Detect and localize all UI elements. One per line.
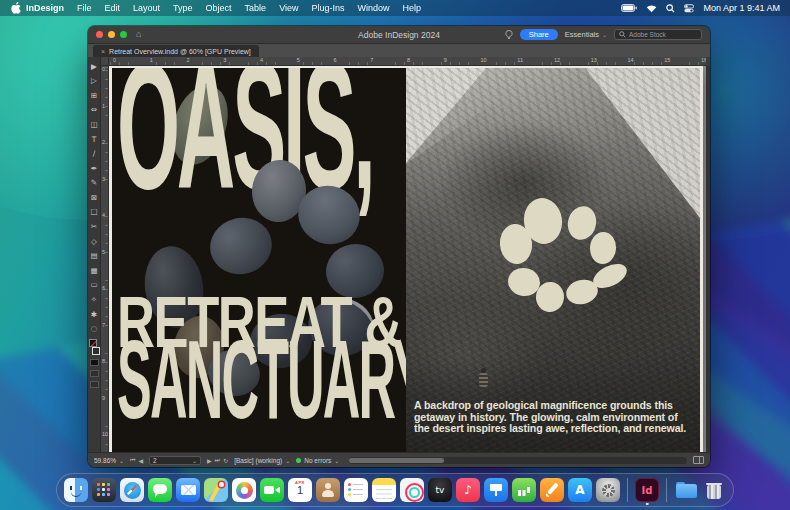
- hand-tool[interactable]: ✱: [88, 307, 101, 322]
- line-tool[interactable]: ∕: [88, 147, 101, 162]
- zoom-level-dropdown[interactable]: 59.86% ⌄: [94, 457, 124, 464]
- dock-photos-icon[interactable]: [232, 478, 256, 502]
- document-tab-bar: × Retreat Overview.indd @ 60% [GPU Previ…: [88, 44, 710, 57]
- dock-fitness-icon[interactable]: [400, 478, 424, 502]
- dock-finder-icon[interactable]: [64, 478, 88, 502]
- dock-launchpad-icon[interactable]: [92, 478, 116, 502]
- dock-messages-icon[interactable]: [148, 478, 172, 502]
- note-tool[interactable]: ▭: [88, 278, 101, 293]
- gradient-swatch-tool[interactable]: ▤: [88, 249, 101, 264]
- eyedropper-tool[interactable]: ✧: [88, 293, 101, 308]
- dock-safari-icon[interactable]: [120, 478, 144, 502]
- gradient-feather-tool[interactable]: ▦: [88, 263, 101, 278]
- rectangle-tool[interactable]: □: [88, 205, 101, 220]
- dock-downloads-icon[interactable]: [674, 478, 698, 502]
- minimize-window-button[interactable]: [108, 31, 115, 38]
- dock-pages-icon[interactable]: [540, 478, 564, 502]
- menu-table[interactable]: Table: [245, 3, 267, 13]
- preflight-profile-dropdown[interactable]: [Basic] (working) ⌄: [234, 457, 290, 464]
- dock-appletv-icon[interactable]: tv: [428, 478, 452, 502]
- battery-icon[interactable]: [621, 4, 637, 12]
- horizontal-scrollbar-thumb[interactable]: [349, 458, 444, 463]
- dock-calendar-icon[interactable]: APR1: [288, 478, 312, 502]
- page-tool[interactable]: ⊞: [88, 88, 101, 103]
- dock-appstore-icon[interactable]: A: [568, 478, 592, 502]
- type-tool[interactable]: T: [88, 132, 101, 147]
- dock-maps-icon[interactable]: [204, 478, 228, 502]
- menu-layout[interactable]: Layout: [133, 3, 160, 13]
- apple-menu-icon[interactable]: [10, 2, 22, 14]
- selection-tool[interactable]: ▶: [88, 59, 101, 74]
- dock-contacts-icon[interactable]: [316, 478, 340, 502]
- close-window-button[interactable]: [96, 31, 103, 38]
- preview-mode-button[interactable]: [90, 381, 99, 388]
- horizontal-scrollbar[interactable]: [349, 457, 687, 464]
- zoom-tool[interactable]: ◌: [88, 322, 101, 337]
- learn-bulb-icon[interactable]: [505, 26, 513, 44]
- menu-help[interactable]: Help: [403, 3, 422, 13]
- chevron-down-icon: ⌄: [119, 457, 124, 464]
- h-ruler[interactable]: 012345678910111213141516: [109, 57, 706, 66]
- dock-music-icon[interactable]: ♪: [456, 478, 480, 502]
- home-icon[interactable]: ⌂: [136, 30, 141, 39]
- menubar-status-area: Mon Apr 1 9:41 AM: [621, 3, 780, 13]
- dock-numbers-icon[interactable]: [512, 478, 536, 502]
- document-canvas[interactable]: OASIS, RETREAT & SANCTUARY: [109, 66, 706, 452]
- dock-settings-icon[interactable]: [596, 478, 620, 502]
- dock-reminders-icon[interactable]: [344, 478, 368, 502]
- menu-indesign[interactable]: InDesign: [26, 3, 64, 13]
- dock-trash-icon[interactable]: [702, 478, 726, 502]
- gap-tool[interactable]: ⇔: [88, 103, 101, 118]
- first-page-button[interactable]: ⏮: [130, 456, 135, 464]
- free-transform-tool[interactable]: ◇: [88, 234, 101, 249]
- apply-color-button[interactable]: [90, 359, 99, 366]
- dock-facetime-icon[interactable]: [260, 478, 284, 502]
- menu-file[interactable]: File: [77, 3, 92, 13]
- wifi-icon[interactable]: [646, 4, 657, 13]
- menu-object[interactable]: Object: [206, 3, 232, 13]
- ruler-origin-corner[interactable]: [101, 57, 109, 66]
- menu-view[interactable]: View: [279, 3, 298, 13]
- v-ruler[interactable]: 012345678910: [101, 66, 109, 452]
- share-button[interactable]: Share: [520, 29, 558, 41]
- dock-mail-icon[interactable]: [176, 478, 200, 502]
- spread-view-icon[interactable]: [693, 456, 704, 464]
- menubar-clock[interactable]: Mon Apr 1 9:41 AM: [703, 3, 780, 13]
- workspace-switcher[interactable]: Essentials ⌄: [565, 30, 607, 39]
- page-number-field[interactable]: 2 ⌄: [149, 456, 201, 465]
- content-collector-tool[interactable]: ◫: [88, 117, 101, 132]
- close-tab-icon[interactable]: ×: [101, 48, 105, 55]
- h-ruler-number: 3: [223, 57, 226, 63]
- preflight-status[interactable]: No errors ⌄: [296, 457, 339, 464]
- document-tab[interactable]: × Retreat Overview.indd @ 60% [GPU Previ…: [93, 45, 259, 57]
- right-page: A backdrop of geological magnificence gr…: [406, 68, 700, 452]
- v-ruler-number: 4: [102, 212, 105, 218]
- last-page-button[interactable]: ⏭: [215, 456, 220, 464]
- menu-edit[interactable]: Edit: [105, 3, 121, 13]
- vertical-scrollbar[interactable]: [706, 66, 710, 452]
- dock-keynote-icon[interactable]: [484, 478, 508, 502]
- zoom-level-value: 59.86%: [94, 457, 116, 464]
- normal-view-mode-button[interactable]: [90, 370, 99, 377]
- fill-swatch[interactable]: [89, 339, 97, 347]
- search-icon[interactable]: [666, 4, 675, 13]
- menu-window[interactable]: Window: [358, 3, 390, 13]
- direct-selection-tool[interactable]: ▷: [88, 74, 101, 89]
- menu-type[interactable]: Type: [173, 3, 193, 13]
- dock-indesign-icon[interactable]: Id: [635, 478, 659, 502]
- rectangle-frame-tool[interactable]: ⊠: [88, 190, 101, 205]
- previous-page-button[interactable]: ◀: [138, 457, 143, 464]
- scissors-tool[interactable]: ✂: [88, 220, 101, 235]
- dock-notes-icon[interactable]: [372, 478, 396, 502]
- adobe-stock-search[interactable]: Adobe Stock: [614, 29, 702, 40]
- pencil-tool[interactable]: ✎: [88, 176, 101, 191]
- fill-stroke-swatches[interactable]: [89, 339, 100, 355]
- control-center-icon[interactable]: [684, 4, 694, 13]
- pen-tool[interactable]: ✒: [88, 161, 101, 176]
- next-page-button[interactable]: ▶: [207, 457, 212, 464]
- dock-separator: [627, 478, 628, 502]
- zoom-window-button[interactable]: [120, 31, 127, 38]
- menu-plugins[interactable]: Plug-Ins: [311, 3, 344, 13]
- stroke-swatch[interactable]: [92, 347, 100, 355]
- rotate-spread-icon[interactable]: ↻: [223, 457, 228, 464]
